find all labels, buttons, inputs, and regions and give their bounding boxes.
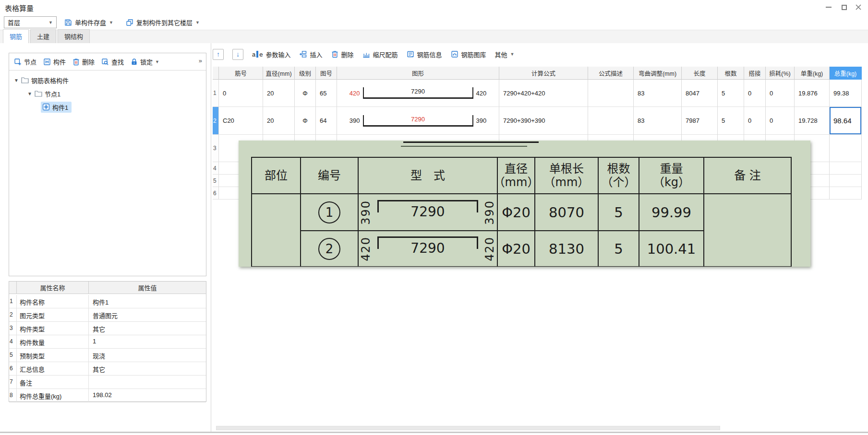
floor-select[interactable]: 首层 ▼ (4, 16, 57, 28)
cell-length[interactable]: 8047 (682, 80, 718, 107)
header-formula[interactable]: 计算公式 (499, 67, 588, 80)
cell-diameter[interactable]: 20 (263, 80, 295, 107)
cell-rebar-no[interactable]: 0 (219, 80, 263, 107)
other-menu-button[interactable]: 其他 ▼ (495, 50, 515, 59)
cell-bend-adjust[interactable]: 83 (634, 107, 682, 135)
add-component-button[interactable]: 构件 (43, 57, 66, 66)
header-formula-desc[interactable]: 公式描述 (588, 67, 634, 80)
header-rebar-no[interactable]: 筋号 (219, 67, 263, 80)
tree-item-node1[interactable]: ▼ 节点1 (9, 87, 206, 100)
sched-count-cell: 5 (599, 231, 639, 266)
cell-diameter[interactable]: 20 (263, 107, 295, 135)
shape-bracket: 7290 (377, 234, 478, 264)
cell-shape[interactable]: 390 7290 390 (337, 107, 499, 135)
cell-empty[interactable] (830, 175, 862, 187)
prop-value[interactable]: 现浇 (89, 349, 206, 362)
row-gutter[interactable]: 1 (213, 80, 219, 107)
header-total-weight[interactable]: 总重(kg) (830, 67, 862, 80)
cell-rebar-no[interactable]: C20 (219, 107, 263, 135)
cell-loss[interactable]: 0 (766, 107, 795, 135)
save-component-button[interactable]: 单构件存盘 ▼ (64, 16, 113, 28)
move-up-button[interactable]: ↑ (213, 49, 224, 60)
cell-total-weight[interactable]: 99.38 (830, 80, 862, 107)
prop-name: 构件类型 (17, 322, 89, 335)
move-down-button[interactable]: ↓ (232, 49, 243, 60)
scale-rebar-button[interactable]: 缩尺配筋 (362, 50, 398, 59)
cell-formula[interactable]: 7290+420+420 (499, 80, 588, 107)
header-level[interactable]: 级别 (295, 67, 316, 80)
prop-value[interactable]: 198.02 (89, 389, 206, 402)
toolbar-overflow-button[interactable]: » (199, 57, 202, 64)
cell-unit-weight[interactable]: 19.728 (795, 107, 830, 135)
find-button[interactable]: 查找 (101, 57, 124, 66)
rebar-info-button[interactable]: 钢筋信息 (407, 50, 442, 59)
rebar-library-button[interactable]: 钢筋图库 (451, 50, 486, 59)
header-shape[interactable]: 图形 (337, 67, 499, 80)
cell-empty[interactable] (830, 187, 862, 200)
cell-length[interactable]: 7987 (682, 107, 718, 135)
sched-header-type: 型 式 (359, 158, 498, 194)
tab-steel[interactable]: 钢结构 (58, 29, 90, 43)
header-count[interactable]: 根数 (718, 67, 744, 80)
cell-formula-desc[interactable] (588, 80, 634, 107)
trash-icon (331, 50, 338, 58)
prop-value[interactable]: 普通图元 (89, 308, 206, 322)
cell-formula[interactable]: 7290+390+390 (499, 107, 588, 135)
row-gutter-selected[interactable]: 2 (213, 107, 219, 135)
add-node-button[interactable]: 节点 (14, 57, 36, 66)
grid-row-2: 2 C20 20 Φ 64 390 7290 390 7290+390+390 … (213, 107, 862, 135)
tree-item-root[interactable]: ▼ 钢筋表格构件 (9, 73, 206, 87)
scale-rebar-label: 缩尺配筋 (373, 50, 398, 59)
cell-unit-weight[interactable]: 19.876 (795, 80, 830, 107)
close-icon (856, 4, 861, 10)
copy-component-button[interactable]: 复制构件到其它楼层 ▼ (126, 16, 200, 28)
prop-value[interactable]: 其它 (89, 362, 206, 376)
tree-expand-icon[interactable]: ▼ (14, 78, 19, 83)
close-button[interactable] (851, 2, 866, 12)
header-loss[interactable]: 损耗(%) (766, 67, 795, 80)
cell-figure-no[interactable]: 64 (316, 107, 337, 135)
horizontal-scrollbar-thumb[interactable] (216, 426, 720, 430)
cell-figure-no[interactable]: 65 (316, 80, 337, 107)
prop-name: 构件名称 (17, 295, 89, 308)
header-diameter[interactable]: 直径(mm) (263, 67, 295, 80)
header-unit-weight[interactable]: 单重(kg) (795, 67, 830, 80)
cell-loss[interactable]: 0 (766, 80, 795, 107)
cell-shape[interactable]: 420 7290 420 (337, 80, 499, 107)
row-gutter[interactable]: 4 (213, 162, 219, 175)
prop-value[interactable]: 构件1 (89, 295, 206, 308)
maximize-button[interactable] (837, 2, 851, 12)
minimize-button[interactable] (821, 2, 836, 12)
prop-value[interactable]: 1 (89, 335, 206, 349)
tab-rebar[interactable]: 钢筋 (3, 29, 29, 43)
cell-formula-desc[interactable] (588, 107, 634, 135)
cell-total-weight-selected[interactable]: 98.64 (830, 107, 862, 135)
cell-count[interactable]: 5 (718, 107, 744, 135)
delete-row-button[interactable]: 删除 (331, 50, 354, 59)
tab-civil[interactable]: 土建 (30, 29, 56, 43)
insert-button[interactable]: 插入 (299, 50, 322, 59)
tree-expand-icon[interactable]: ▼ (27, 91, 32, 96)
cell-empty[interactable] (830, 135, 862, 162)
header-length[interactable]: 长度 (682, 67, 718, 80)
header-lap[interactable]: 搭接 (744, 67, 766, 80)
delete-button[interactable]: 删除 (72, 57, 95, 66)
cell-level[interactable]: Φ (295, 107, 316, 135)
parameter-input-button[interactable]: ae 参数输入 (252, 50, 290, 59)
cell-empty[interactable] (830, 162, 862, 175)
prop-value[interactable] (89, 376, 206, 389)
row-gutter[interactable]: 3 (213, 135, 219, 162)
cell-bend-adjust[interactable]: 83 (634, 80, 682, 107)
row-gutter[interactable]: 6 (213, 187, 219, 200)
cell-level[interactable]: Φ (295, 80, 316, 107)
window-title: 表格算量 (5, 3, 34, 13)
header-bend-adjust[interactable]: 弯曲调整(mm) (634, 67, 682, 80)
cell-lap[interactable]: 0 (744, 80, 766, 107)
tree-item-component1[interactable]: 构件1 (9, 100, 206, 114)
header-figure-no[interactable]: 图号 (316, 67, 337, 80)
cell-lap[interactable]: 0 (744, 107, 766, 135)
lock-button[interactable]: 锁定 ▼ (131, 57, 159, 66)
cell-count[interactable]: 5 (718, 80, 744, 107)
row-gutter[interactable]: 5 (213, 175, 219, 187)
prop-value[interactable]: 其它 (89, 322, 206, 335)
